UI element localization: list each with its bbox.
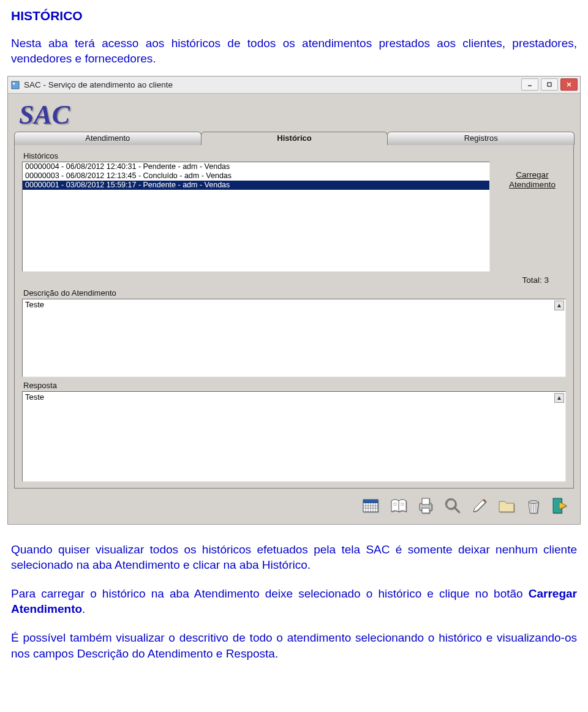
resposta-textbox[interactable]: Teste ▲ [22,391,566,482]
svg-line-25 [454,508,459,512]
close-button[interactable] [560,78,578,91]
para2-part-b: . [82,602,85,615]
svg-rect-22 [422,508,429,513]
svg-point-24 [446,499,456,509]
historicos-list[interactable]: 00000004 - 06/08/2012 12:40:31 - Pendent… [22,162,490,272]
descricao-block: Descrição do Atendimento Teste ▲ [22,288,566,377]
calendar-icon[interactable] [360,493,384,518]
list-item[interactable]: 00000003 - 06/08/2012 12:13:45 - Concluí… [23,171,489,181]
logo-row: SAC [14,94,574,132]
svg-rect-0 [12,81,19,89]
book-icon[interactable] [386,493,411,518]
list-item-selected[interactable]: 00000001 - 03/08/2012 15:59:17 - Pendent… [23,181,489,190]
exit-icon[interactable] [548,493,573,518]
tab-historico[interactable]: Histórico [201,132,388,145]
descricao-text: Teste [25,300,44,309]
paragraph-3: É possível também visualizar o descritiv… [0,621,588,665]
descricao-label: Descrição do Atendimento [23,288,566,298]
app-body: SAC Atendimento Histórico Registros Hist… [8,94,580,524]
descricao-textbox[interactable]: Teste ▲ [22,299,566,377]
window-controls [521,78,578,91]
svg-rect-3 [548,83,551,86]
para2-part-a: Para carregar o histórico na aba Atendim… [11,587,529,600]
search-icon[interactable] [440,493,465,518]
trash-icon[interactable] [521,493,546,518]
app-icon [10,80,20,90]
app-window: SAC - Serviço de atendimento ao cliente … [7,76,581,525]
printer-icon[interactable] [413,493,438,518]
paragraph-2: Para carregar o histórico na aba Atendim… [0,577,588,621]
tab-row: Atendimento Histórico Registros [14,132,574,145]
svg-point-26 [529,501,538,504]
paragraph-1: Quando quiser visualizar todos os histór… [0,533,588,577]
tab-panel: Históricos 00000004 - 06/08/2012 12:40:3… [14,144,574,489]
svg-rect-21 [422,498,429,504]
list-item[interactable]: 00000004 - 06/08/2012 12:40:31 - Pendent… [23,162,489,171]
app-logo: SAC [14,99,70,132]
section-heading: HISTÓRICO [0,0,588,27]
resposta-label: Resposta [23,381,566,390]
edit-icon[interactable] [467,493,492,518]
carregar-atendimento-link[interactable]: Carregar Atendimento [499,162,566,190]
window-title: SAC - Serviço de atendimento ao cliente [24,80,173,89]
historicos-label: Históricos [23,151,566,160]
tab-registros[interactable]: Registros [387,132,575,145]
carregar-line2: Atendimento [509,180,556,189]
total-label: Total: 3 [474,275,566,285]
svg-rect-7 [363,500,378,503]
svg-marker-31 [559,502,567,509]
scroll-up-icon[interactable]: ▲ [554,393,564,403]
intro-paragraph: Nesta aba terá acesso aos históricos de … [0,27,588,71]
bottom-toolbar [14,489,574,520]
svg-point-23 [429,504,431,506]
scroll-up-icon[interactable]: ▲ [554,301,564,310]
historicos-block: Históricos 00000004 - 06/08/2012 12:40:3… [22,151,566,285]
svg-rect-1 [13,83,15,84]
maximize-button[interactable] [541,78,558,91]
resposta-text: Teste [25,392,44,402]
titlebar: SAC - Serviço de atendimento ao cliente [8,77,580,94]
minimize-button[interactable] [521,78,538,91]
carregar-line1: Carregar [516,170,548,179]
tab-atendimento[interactable]: Atendimento [14,132,202,145]
resposta-block: Resposta Teste ▲ [22,381,566,482]
folder-icon[interactable] [494,493,519,518]
